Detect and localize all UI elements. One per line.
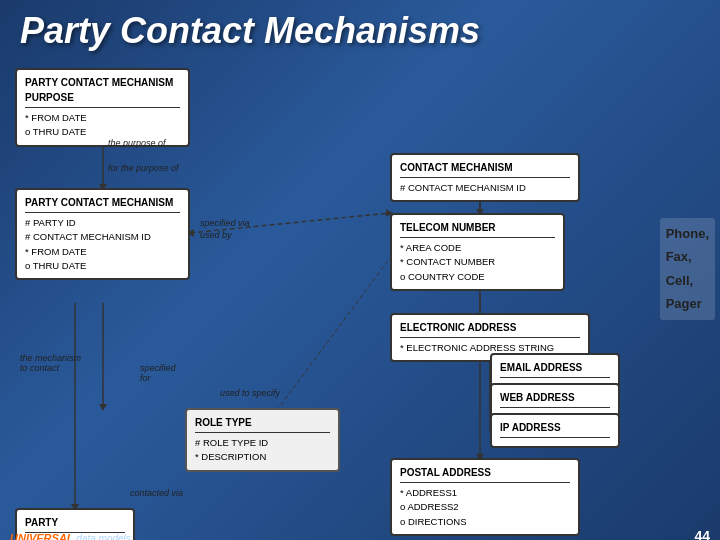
label-used-by: used by — [200, 230, 232, 240]
page-title: Party Contact Mechanisms — [0, 0, 720, 58]
label-specified-via: specified via — [200, 218, 250, 228]
pcm-title: PARTY CONTACT MECHANISM — [25, 195, 180, 213]
postal-attr-3: o DIRECTIONS — [400, 515, 570, 529]
right-label-fax: Fax, — [666, 245, 709, 268]
telecom-attr-3: o COUNTRY CODE — [400, 270, 555, 284]
label-purpose-of: the purpose of — [108, 138, 166, 148]
cm-box: CONTACT MECHANISM # CONTACT MECHANISM ID — [390, 153, 580, 202]
postal-attr-1: * ADDRESS1 — [400, 486, 570, 500]
postal-attr-2: o ADDRESS2 — [400, 500, 570, 514]
roletype-box: ROLE TYPE # ROLE TYPE ID * DESCRIPTION — [185, 408, 340, 472]
ip-title: IP ADDRESS — [500, 420, 610, 438]
pcm-purpose-box: PARTY CONTACT MECHANISM PURPOSE * FROM D… — [15, 68, 190, 147]
pcm-attr-3: * FROM DATE — [25, 245, 180, 259]
label-contacted-via: contacted via — [130, 488, 183, 498]
ip-box: IP ADDRESS — [490, 413, 620, 448]
pcm-attr-2: # CONTACT MECHANISM ID — [25, 230, 180, 244]
pcm-attr-4: o THRU DATE — [25, 259, 180, 273]
svg-marker-17 — [99, 404, 107, 411]
label-specified-for: specifiedfor — [140, 363, 176, 383]
right-label-phone: Phone, — [666, 222, 709, 245]
email-title: EMAIL ADDRESS — [500, 360, 610, 378]
label-for-purpose-of: for the purpose of — [108, 163, 179, 173]
roletype-title: ROLE TYPE — [195, 415, 330, 433]
pcm-purpose-title: PARTY CONTACT MECHANISM PURPOSE — [25, 75, 180, 108]
telecom-title: TELECOM NUMBER — [400, 220, 555, 238]
right-label-cell: Cell, — [666, 269, 709, 292]
party-title: PARTY — [25, 515, 125, 533]
cm-title: CONTACT MECHANISM — [400, 160, 570, 178]
postal-title: POSTAL ADDRESS — [400, 465, 570, 483]
roletype-attr-2: * DESCRIPTION — [195, 450, 330, 464]
telecom-attr-2: * CONTACT NUMBER — [400, 255, 555, 269]
page-number: 44 — [694, 528, 710, 540]
pcm-purpose-attr-1: * FROM DATE — [25, 111, 180, 125]
pcm-box: PARTY CONTACT MECHANISM # PARTY ID # CON… — [15, 188, 190, 280]
pcm-attr-1: # PARTY ID — [25, 216, 180, 230]
postal-box: POSTAL ADDRESS * ADDRESS1 o ADDRESS2 o D… — [390, 458, 580, 536]
svg-line-20 — [260, 258, 390, 433]
right-labels: Phone, Fax, Cell, Pager — [660, 218, 715, 320]
telecom-attr-1: * AREA CODE — [400, 241, 555, 255]
logo: UNIVERSAL data models — [10, 532, 131, 540]
web-title: WEB ADDRESS — [500, 390, 610, 408]
roletype-attr-1: # ROLE TYPE ID — [195, 436, 330, 450]
label-mechanism-to-contact: the mechanismto contact — [20, 353, 81, 373]
cm-attr-1: # CONTACT MECHANISM ID — [400, 181, 570, 195]
electronic-title: ELECTRONIC ADDRESS — [400, 320, 580, 338]
right-label-pager: Pager — [666, 292, 709, 315]
label-used-to-specify: used to specify — [220, 388, 280, 398]
telecom-box: TELECOM NUMBER * AREA CODE * CONTACT NUM… — [390, 213, 565, 291]
